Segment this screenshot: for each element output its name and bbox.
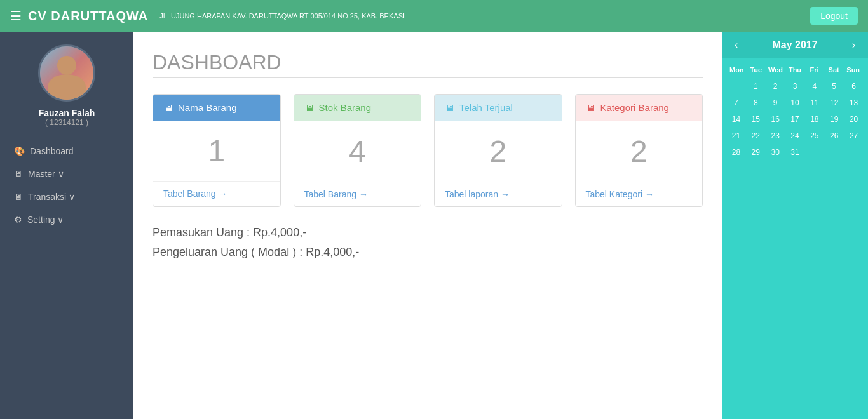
calendar-body: Mon Tue Wed Thu Fri Sat Sun 123456789101… bbox=[722, 58, 868, 173]
card-header-telah-terjual: 🖥 Telah Terjual bbox=[435, 95, 562, 121]
card-link-stok-barang[interactable]: Tabel Barang → bbox=[304, 189, 368, 199]
sidebar-nav: 🎨 Dashboard 🖥 Master ∨ 🖥 Transaksi ∨ ⚙ S… bbox=[0, 140, 133, 231]
card-title-stok-barang: Stok Barang bbox=[319, 102, 372, 113]
calendar-day-3[interactable]: 3 bbox=[786, 79, 804, 94]
dashboard-icon: 🎨 bbox=[14, 146, 25, 156]
card-title-kategori-barang: Kategori Barang bbox=[600, 102, 669, 113]
master-icon: 🖥 bbox=[14, 169, 23, 179]
calendar-day-18[interactable]: 18 bbox=[805, 112, 824, 127]
card-kategori-barang: 🖥 Kategori Barang 2 Tabel Kategori → bbox=[575, 94, 703, 207]
calendar-day-11[interactable]: 11 bbox=[805, 95, 824, 110]
card-title-nama-barang: Nama Barang bbox=[178, 102, 237, 113]
calendar-day-17[interactable]: 17 bbox=[786, 112, 804, 127]
card-title-telah-terjual: Telah Terjual bbox=[459, 102, 513, 113]
calendar-day-13[interactable]: 13 bbox=[844, 95, 863, 110]
calendar-day-10[interactable]: 10 bbox=[786, 95, 804, 110]
monitor-icon-4: 🖥 bbox=[586, 102, 595, 113]
company-name: CV DARUTTAQWA bbox=[28, 9, 148, 23]
monitor-icon-2: 🖥 bbox=[304, 102, 314, 113]
sidebar-item-setting[interactable]: ⚙ Setting ∨ bbox=[6, 208, 127, 231]
cards-row: 🖥 Nama Barang 1 Tabel Barang → 🖥 Stok Ba… bbox=[153, 94, 703, 207]
card-link-nama-barang[interactable]: Tabel Barang → bbox=[163, 189, 227, 199]
calendar-prev-button[interactable]: ‹ bbox=[731, 38, 742, 52]
sidebar-item-label-master: Master ∨ bbox=[28, 169, 64, 179]
weekday-wed: Wed bbox=[766, 63, 785, 76]
calendar-day-23[interactable]: 23 bbox=[766, 128, 785, 143]
pengeluaran-text: Pengeluaran Uang ( Modal ) : Rp.4,000,- bbox=[153, 246, 703, 259]
calendar-day-26[interactable]: 26 bbox=[825, 128, 843, 143]
calendar-day-28[interactable]: 28 bbox=[727, 145, 745, 160]
weekday-sun: Sun bbox=[843, 63, 863, 76]
pemasukan-text: Pemasukan Uang : Rp.4,000,- bbox=[153, 226, 703, 239]
transaksi-icon: 🖥 bbox=[14, 192, 23, 202]
hamburger-icon[interactable]: ☰ bbox=[10, 8, 22, 23]
card-header-stok-barang: 🖥 Stok Barang bbox=[294, 95, 421, 121]
card-stok-barang: 🖥 Stok Barang 4 Tabel Barang → bbox=[294, 94, 422, 207]
card-link-telah-terjual[interactable]: Tabel laporan → bbox=[445, 189, 510, 199]
calendar-day-20[interactable]: 20 bbox=[844, 112, 863, 127]
calendar-day-empty-34 bbox=[844, 145, 863, 160]
calendar-day-24[interactable]: 24 bbox=[786, 128, 804, 143]
logout-button[interactable]: Logout bbox=[810, 7, 858, 25]
sidebar-item-transaksi[interactable]: 🖥 Transaksi ∨ bbox=[6, 185, 127, 208]
calendar-day-4[interactable]: 4 bbox=[805, 79, 824, 94]
card-telah-terjual: 🖥 Telah Terjual 2 Tabel laporan → bbox=[434, 94, 562, 207]
calendar-day-6[interactable]: 6 bbox=[844, 79, 863, 94]
calendar-day-9[interactable]: 9 bbox=[766, 95, 785, 110]
company-address: JL. UJUNG HARAPAN KAV. DARUTTAQWA RT 005… bbox=[159, 12, 405, 20]
sidebar-item-label-dashboard: Dashboard bbox=[30, 146, 74, 156]
weekday-thu: Thu bbox=[785, 63, 805, 76]
calendar-day-empty-35 bbox=[727, 161, 745, 168]
stats-section: Pemasukan Uang : Rp.4,000,- Pengeluaran … bbox=[153, 226, 703, 259]
calendar-day-19[interactable]: 19 bbox=[825, 112, 843, 127]
page-title: DASHBOARD bbox=[153, 51, 703, 74]
card-value-stok-barang: 4 bbox=[294, 121, 421, 182]
calendar-weekdays: Mon Tue Wed Thu Fri Sat Sun bbox=[727, 63, 863, 76]
avatar bbox=[38, 44, 95, 102]
title-divider bbox=[153, 77, 703, 78]
weekday-tue: Tue bbox=[747, 63, 766, 76]
calendar-day-22[interactable]: 22 bbox=[747, 128, 765, 143]
main-content: DASHBOARD 🖥 Nama Barang 1 Tabel Barang →… bbox=[133, 32, 722, 419]
calendar-day-12[interactable]: 12 bbox=[825, 95, 843, 110]
calendar-day-16[interactable]: 16 bbox=[766, 112, 785, 127]
calendar-day-31[interactable]: 31 bbox=[786, 145, 804, 160]
weekday-fri: Fri bbox=[804, 63, 824, 76]
calendar-day-21[interactable]: 21 bbox=[727, 128, 745, 143]
sidebar-item-dashboard[interactable]: 🎨 Dashboard bbox=[6, 140, 127, 163]
calendar-days: 1234567891011121314151617181920212223242… bbox=[727, 79, 863, 168]
sidebar-item-master[interactable]: 🖥 Master ∨ bbox=[6, 163, 127, 185]
avatar-image bbox=[40, 46, 93, 100]
card-link-kategori-barang[interactable]: Tabel Kategori → bbox=[586, 189, 654, 199]
main-layout: Fauzan Falah ( 12314121 ) 🎨 Dashboard 🖥 … bbox=[0, 32, 868, 419]
card-footer-nama-barang: Tabel Barang → bbox=[153, 181, 280, 206]
monitor-icon-1: 🖥 bbox=[163, 102, 173, 113]
calendar-day-empty-0 bbox=[727, 79, 745, 94]
card-nama-barang: 🖥 Nama Barang 1 Tabel Barang → bbox=[153, 94, 281, 207]
calendar-day-7[interactable]: 7 bbox=[727, 95, 745, 110]
calendar-day-empty-33 bbox=[825, 145, 843, 160]
calendar-day-5[interactable]: 5 bbox=[825, 79, 843, 94]
sidebar-item-label-setting: Setting ∨ bbox=[27, 215, 64, 225]
calendar-day-1[interactable]: 1 bbox=[747, 79, 765, 94]
calendar-day-27[interactable]: 27 bbox=[844, 128, 863, 143]
navbar: ☰ CV DARUTTAQWA JL. UJUNG HARAPAN KAV. D… bbox=[0, 0, 868, 32]
calendar-day-8[interactable]: 8 bbox=[747, 95, 765, 110]
brand: CV DARUTTAQWA JL. UJUNG HARAPAN KAV. DAR… bbox=[28, 9, 810, 23]
calendar-next-button[interactable]: › bbox=[848, 38, 859, 52]
calendar-panel: ‹ May 2017 › Mon Tue Wed Thu Fri Sat Sun… bbox=[722, 32, 868, 419]
calendar-day-25[interactable]: 25 bbox=[805, 128, 824, 143]
card-header-nama-barang: 🖥 Nama Barang bbox=[153, 95, 280, 121]
calendar-day-14[interactable]: 14 bbox=[727, 112, 745, 127]
user-name: Fauzan Falah bbox=[39, 108, 95, 118]
weekday-mon: Mon bbox=[727, 63, 747, 76]
weekday-sat: Sat bbox=[824, 63, 844, 76]
card-value-nama-barang: 1 bbox=[153, 121, 280, 181]
calendar-day-2[interactable]: 2 bbox=[766, 79, 785, 94]
calendar-day-15[interactable]: 15 bbox=[747, 112, 765, 127]
card-footer-stok-barang: Tabel Barang → bbox=[294, 182, 421, 206]
calendar-day-29[interactable]: 29 bbox=[747, 145, 765, 160]
calendar-month-year: May 2017 bbox=[772, 39, 817, 51]
calendar-day-30[interactable]: 30 bbox=[766, 145, 785, 160]
monitor-icon-3: 🖥 bbox=[445, 102, 454, 113]
